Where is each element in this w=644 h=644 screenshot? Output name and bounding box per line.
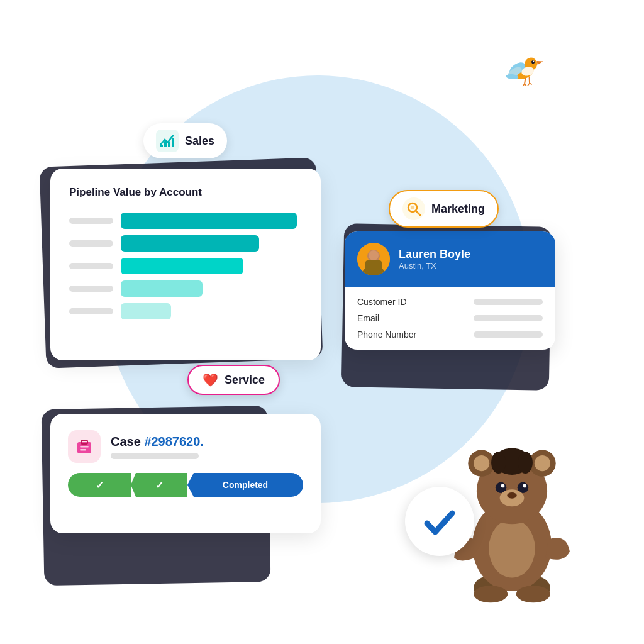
svg-point-48	[491, 452, 506, 474]
svg-point-49	[518, 452, 533, 474]
bar-label-3	[69, 263, 113, 269]
svg-point-46	[507, 492, 516, 499]
bar-row-5	[69, 303, 302, 319]
field-label-email: Email	[357, 313, 379, 323]
bar-row-3	[69, 258, 302, 274]
marketing-badge-label: Marketing	[431, 203, 485, 216]
bar-label-1	[69, 218, 113, 224]
svg-point-40	[535, 455, 550, 471]
bar-row-2	[69, 235, 302, 252]
check-circle	[405, 487, 474, 556]
svg-point-43	[501, 484, 505, 487]
field-row-phone: Phone Number	[357, 330, 543, 340]
field-label-phone: Phone Number	[357, 330, 416, 340]
svg-rect-14	[80, 446, 89, 448]
svg-point-34	[489, 519, 535, 578]
bar-label-5	[69, 308, 113, 314]
bar-fill-4	[121, 280, 203, 297]
bird-decoration	[491, 45, 551, 99]
svg-rect-1	[164, 141, 167, 147]
customer-card-header: Lauren Boyle Austin, TX	[345, 231, 555, 287]
customer-card: Lauren Boyle Austin, TX Customer ID Emai…	[345, 231, 555, 350]
progress-step-completed: Completed	[187, 473, 303, 497]
bar-chart	[69, 213, 302, 319]
bar-fill-2	[121, 235, 259, 252]
case-number: #2987620.	[144, 435, 204, 448]
case-info: Case #2987620.	[111, 435, 204, 459]
badge-marketing[interactable]: Marketing	[389, 190, 499, 228]
progress-step-2: ✓	[131, 473, 187, 497]
mascot-container	[418, 405, 581, 606]
badge-sales[interactable]: Sales	[143, 123, 227, 158]
svg-line-26	[528, 77, 531, 83]
field-value-id	[474, 299, 543, 305]
svg-point-51	[516, 586, 550, 602]
sales-icon	[156, 130, 179, 152]
svg-line-30	[530, 82, 532, 85]
bar-row-4	[69, 280, 302, 297]
svg-rect-15	[80, 449, 86, 451]
svg-line-28	[525, 84, 526, 86]
service-heart-icon: ❤️	[203, 372, 218, 387]
pipeline-card-title: Pipeline Value by Account	[69, 186, 302, 199]
bar-row-1	[69, 213, 302, 229]
bar-label-2	[69, 240, 113, 247]
case-top: Case #2987620.	[68, 430, 303, 463]
marketing-icon	[402, 197, 425, 220]
customer-location: Austin, TX	[399, 261, 470, 270]
field-row-id: Customer ID	[357, 297, 543, 307]
svg-point-50	[474, 586, 508, 602]
customer-card-body: Customer ID Email Phone Number	[345, 287, 555, 350]
svg-marker-20	[536, 60, 543, 65]
svg-rect-3	[172, 138, 174, 147]
progress-step-1: ✓	[68, 473, 131, 497]
svg-point-44	[523, 484, 526, 487]
field-value-email	[474, 315, 543, 321]
bar-fill-1	[121, 213, 297, 229]
svg-point-38	[474, 455, 489, 471]
progress-bar: ✓ ✓ Completed	[68, 473, 303, 497]
badge-service[interactable]: ❤️ Service	[187, 365, 280, 395]
case-card: Case #2987620. ✓ ✓ Completed	[50, 414, 321, 533]
service-badge-label: Service	[225, 374, 265, 387]
bar-fill-3	[121, 258, 243, 274]
sales-badge-label: Sales	[185, 135, 214, 148]
svg-line-5	[416, 211, 420, 215]
field-label-id: Customer ID	[357, 297, 407, 307]
svg-rect-2	[168, 142, 170, 147]
svg-point-10	[369, 250, 379, 260]
case-subtitle	[111, 453, 199, 459]
svg-point-6	[411, 206, 414, 209]
customer-name: Lauren Boyle	[399, 248, 470, 262]
bar-fill-5	[121, 303, 171, 319]
case-title: Case #2987620.	[111, 435, 204, 449]
customer-info: Lauren Boyle Austin, TX	[399, 248, 470, 271]
svg-rect-11	[365, 260, 382, 275]
field-row-email: Email	[357, 313, 543, 323]
pipeline-card: Pipeline Value by Account	[50, 169, 321, 360]
case-icon	[68, 430, 101, 463]
customer-avatar	[357, 243, 390, 275]
svg-rect-0	[160, 145, 163, 147]
field-value-phone	[474, 331, 543, 338]
bar-label-4	[69, 286, 113, 292]
